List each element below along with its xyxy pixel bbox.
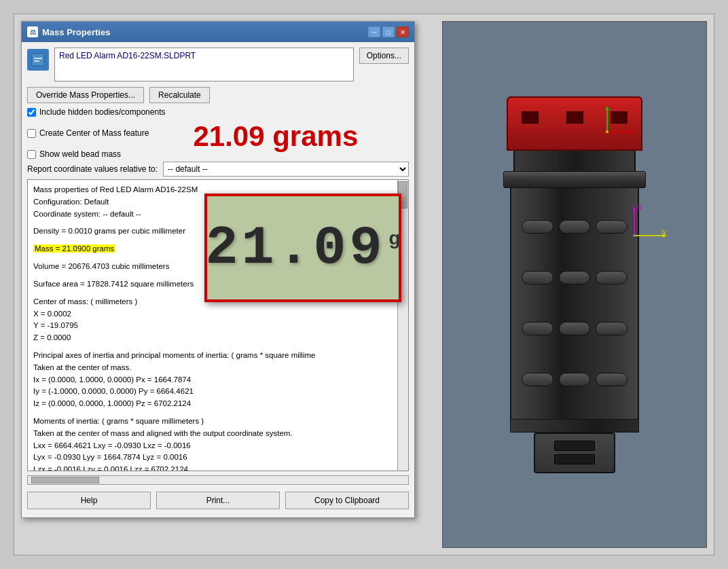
options-button[interactable]: Options... [359, 48, 409, 64]
show-weld-label: Show weld bead mass [39, 149, 121, 159]
lcd-display: 21.09 g [204, 194, 401, 302]
svg-point-14 [633, 234, 636, 237]
data-line-27: Lyx = -0.0930 Lyy = 1664.7874 Lyz = 0.00… [33, 452, 395, 464]
button-row-3 [511, 322, 638, 335]
data-line-15: Y = -19.0795 [33, 320, 395, 332]
dialog-content: Red LED Alarm AD16-22SM.SLDPRT Options..… [22, 42, 414, 517]
connector-slot-bottom [554, 454, 595, 464]
mass-properties-icon: ⚖ [27, 26, 38, 37]
oval-btn-2a [522, 271, 553, 284]
coord-label: Report coordinate values relative to: [27, 164, 158, 174]
titlebar-left: ⚖ Mass Properties [27, 26, 110, 37]
svg-rect-1 [34, 58, 42, 59]
coord-select[interactable]: -- default -- [163, 162, 409, 177]
dialog-title: Mass Properties [42, 27, 110, 37]
lcd-value: 21.09 [205, 217, 385, 279]
oval-btn-2b [559, 271, 591, 284]
titlebar-controls: ─ □ ✕ [368, 26, 409, 37]
data-line-16: Z = 0.0000 [33, 332, 395, 344]
part-name-text: Red LED Alarm AD16-22SM.SLDPRT [59, 51, 196, 60]
oval-btn-2c [596, 271, 627, 284]
model-ring [503, 171, 646, 188]
print-button[interactable]: Print... [156, 492, 280, 509]
oval-btn-1b [559, 220, 591, 234]
button-row-2 [511, 271, 638, 284]
mass-properties-dialog: ⚖ Mass Properties ─ □ ✕ [21, 21, 415, 518]
recalculate-button[interactable]: Recalculate [149, 87, 210, 103]
model-body: lx ly [510, 188, 639, 419]
model-panel: lx ly [442, 21, 707, 548]
oval-btn-4c [596, 373, 627, 386]
data-line-26: Lxx = 6664.4621 Lxy = -0.0930 Lxz = -0.0… [33, 440, 395, 452]
bottom-buttons: Help Print... Copy to Clipboard [27, 489, 409, 512]
svg-marker-4 [605, 106, 609, 110]
data-area-wrapper: ➜ 21.09 g Mass properties of Red LED Ala… [27, 179, 409, 471]
titlebar: ⚖ Mass Properties ─ □ ✕ [22, 22, 414, 42]
svg-marker-9 [632, 206, 636, 210]
model-red-cap [507, 96, 642, 151]
top-axes [594, 105, 634, 141]
data-line-19: Taken at the center of mass. [33, 362, 395, 374]
oval-btn-1a [522, 220, 553, 234]
oval-btn-3a [522, 322, 553, 335]
oval-btn-4a [522, 373, 553, 386]
cap-slot-center [566, 111, 583, 124]
data-line-18: Principal axes of inertia and principal … [33, 350, 395, 362]
main-wrapper: ⚖ Mass Properties ─ □ ✕ [14, 14, 714, 555]
data-line-21: Iy = (-1.0000, 0.0000, 0.0000) Py = 6664… [33, 386, 395, 398]
create-center-label: Create Center of Mass feature [39, 128, 149, 138]
dialog-panel: ⚖ Mass Properties ─ □ ✕ [21, 21, 435, 548]
data-line-25: Taken at the center of mass and aligned … [33, 428, 395, 440]
svg-marker-6 [629, 130, 633, 134]
coord-row: Report coordinate values relative to: --… [27, 162, 409, 177]
data-line-20: Ix = (0.0000, 1.0000, 0.0000) Px = 1664.… [33, 374, 395, 386]
include-hidden-row: Include hidden bodies/components [27, 107, 409, 117]
button-row-1 [511, 220, 638, 234]
oval-btn-1c [596, 220, 627, 234]
svg-rect-2 [34, 60, 39, 62]
cap-slot-left [522, 111, 539, 124]
maximize-button[interactable]: □ [382, 26, 395, 37]
include-hidden-label: Include hidden bodies/components [39, 107, 165, 117]
part-name-box: Red LED Alarm AD16-22SM.SLDPRT [54, 48, 354, 81]
horizontal-scrollbar[interactable] [27, 475, 409, 485]
3d-model: lx ly [503, 96, 646, 473]
part-icon [27, 49, 49, 71]
copy-to-clipboard-button[interactable]: Copy to Clipboard [285, 492, 409, 509]
oval-btn-3b [559, 322, 591, 335]
svg-text:ly: ly [661, 228, 666, 236]
override-mass-button[interactable]: Override Mass Properties... [27, 87, 144, 103]
close-button[interactable]: ✕ [397, 26, 409, 37]
data-line-22: Iz = (0.0000, 0.0000, 1.0000) Pz = 6702.… [33, 398, 395, 410]
part-name-row: Red LED Alarm AD16-22SM.SLDPRT Options..… [27, 48, 409, 81]
data-line-28: Lzx = -0.0016 Lzy = 0.0016 Lzz = 6702.21… [33, 464, 395, 471]
svg-rect-0 [32, 54, 44, 66]
svg-point-7 [606, 130, 608, 133]
include-hidden-checkbox[interactable] [27, 108, 36, 117]
mass-value-large: 21.09 grams [193, 122, 358, 151]
hscroll-thumb[interactable] [31, 477, 99, 483]
data-line-24: Moments of inertia: ( grams * square mil… [33, 416, 395, 428]
show-weld-checkbox[interactable] [27, 150, 36, 159]
oval-btn-4b [559, 373, 591, 386]
connector-slot-top [554, 441, 595, 451]
buttons-row: Override Mass Properties... Recalculate [27, 87, 409, 103]
mass-highlight: Mass = 21.0900 grams [33, 244, 115, 253]
create-center-checkbox[interactable] [27, 129, 36, 138]
svg-text:lx: lx [637, 204, 642, 211]
create-center-row: Create Center of Mass feature 21.09 gram… [27, 119, 409, 147]
oval-btn-3c [596, 322, 627, 335]
body-axes: lx ly [627, 202, 675, 244]
minimize-button[interactable]: ─ [368, 26, 380, 37]
model-connector [534, 433, 615, 473]
model-neck [513, 151, 636, 171]
lcd-unit: g [388, 227, 400, 249]
data-line-14: X = 0.0002 [33, 308, 395, 320]
help-button[interactable]: Help [27, 492, 151, 509]
model-bottom [510, 419, 639, 433]
button-row-4 [511, 373, 638, 386]
